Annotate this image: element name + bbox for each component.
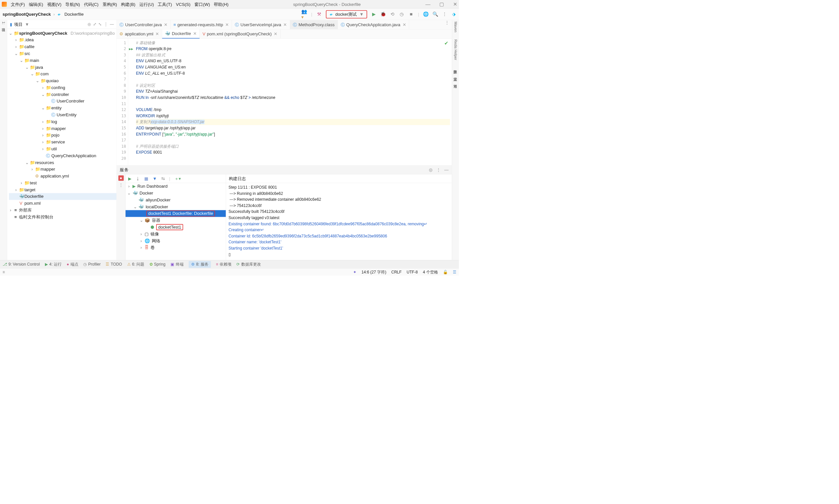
- bottom-tab[interactable]: ⎇9: Version Control: [3, 262, 40, 267]
- tree-node[interactable]: ›📁target: [9, 186, 116, 193]
- services-node[interactable]: ⌄🐳Docker: [125, 190, 226, 197]
- hide-icon[interactable]: —: [110, 22, 114, 26]
- services-node[interactable]: ›🗄卷: [125, 244, 226, 251]
- tree-node[interactable]: ⚙application.yml: [9, 173, 116, 179]
- chevron-icon[interactable]: ›: [31, 167, 34, 172]
- stop-button[interactable]: ■: [118, 176, 124, 181]
- bottom-tab[interactable]: ✿Spring: [150, 262, 166, 267]
- services-node[interactable]: docketTest1 Dockerfile: Dockerfile: [125, 210, 226, 217]
- tree-node[interactable]: ›📁mapper: [9, 125, 116, 132]
- chevron-icon[interactable]: ›: [20, 180, 23, 185]
- menu-item[interactable]: 构建(B): [121, 1, 135, 7]
- menu-item[interactable]: 运行(U): [139, 1, 154, 7]
- chevron-icon[interactable]: ›: [41, 126, 45, 131]
- tree-node[interactable]: ⌄📁java: [9, 64, 116, 71]
- tree-node[interactable]: ›📁log: [9, 118, 116, 125]
- code-editor[interactable]: # 基础镜像FROM openjdk:8-jre## 设置输出格式ENV LAN…: [134, 39, 452, 165]
- tree-node[interactable]: ⒸQueryCheckApplication: [9, 152, 116, 159]
- close-icon[interactable]: ✕: [453, 1, 457, 7]
- chevron-icon[interactable]: ⌄: [36, 78, 39, 83]
- tree-node[interactable]: ≡临时文件和控制台: [9, 214, 116, 220]
- debug-icon[interactable]: 🐞: [381, 12, 386, 17]
- gutter-line-numbers[interactable]: 1234567891011121314151617181920: [117, 39, 128, 165]
- chevron-icon[interactable]: ›: [9, 208, 12, 213]
- bottom-tab[interactable]: ☰TODO: [106, 262, 122, 267]
- breadcrumb[interactable]: springBootQueryCheck › Dockerfile: [3, 12, 84, 17]
- chevron-icon[interactable]: ⌄: [41, 92, 45, 97]
- target-icon[interactable]: ◎: [429, 167, 432, 172]
- chevron-icon[interactable]: ⌄: [25, 65, 29, 69]
- chevron-icon[interactable]: ›: [14, 37, 18, 42]
- menu-item[interactable]: 工具(T): [158, 1, 172, 7]
- chevron-icon[interactable]: ›: [140, 232, 143, 236]
- chevron-icon[interactable]: ›: [140, 245, 143, 250]
- project-tree[interactable]: ⌄📁springBootQueryCheckD:\workspace\sprin…: [7, 29, 116, 260]
- chevron-icon[interactable]: ›: [41, 85, 45, 90]
- down-icon[interactable]: ⭳: [136, 176, 140, 181]
- close-tab-icon[interactable]: ✕: [403, 22, 406, 27]
- menu-item[interactable]: 视图(V): [47, 1, 62, 7]
- tree-icon[interactable]: ⇆: [161, 176, 165, 181]
- editor-tabs-sub[interactable]: ⚙application.yml✕🐳Dockerfile✕Vpom.xml (s…: [117, 30, 452, 39]
- status-encoding[interactable]: UTF-8: [407, 270, 418, 274]
- chevron-icon[interactable]: ⌄: [25, 160, 29, 165]
- bottom-tab[interactable]: ≡依赖项: [216, 262, 232, 267]
- editor-tab[interactable]: Vpom.xml (springBootQueryCheck)✕: [200, 30, 280, 39]
- bottom-tab[interactable]: ▶4: 运行: [45, 262, 62, 267]
- bottom-tab[interactable]: ⚙8: 服务: [189, 261, 211, 268]
- chevron-icon[interactable]: ⌄: [9, 31, 12, 36]
- run-icon[interactable]: ▶: [372, 12, 376, 17]
- close-tab-icon[interactable]: ✕: [155, 32, 159, 36]
- maximize-icon[interactable]: ▢: [439, 1, 444, 7]
- chevron-icon[interactable]: ⌄: [31, 71, 34, 76]
- tree-node[interactable]: Vpom.xml: [9, 200, 116, 206]
- inspection-ok-icon[interactable]: ✔: [444, 40, 448, 46]
- tree-node[interactable]: ›📁service: [9, 139, 116, 145]
- expand-icon[interactable]: ⤢: [93, 22, 97, 26]
- build-log-output[interactable]: Step 11/11 : EXPOSE 8001 ---> Running in…: [226, 183, 452, 260]
- services-node[interactable]: ›🌐网络: [125, 237, 226, 244]
- coverage-icon[interactable]: ⟲: [390, 12, 395, 17]
- tree-node[interactable]: ⌄📁quxiao: [9, 77, 116, 84]
- editor-tab[interactable]: ≡generated-requests.http✕: [171, 20, 232, 29]
- chevron-icon[interactable]: ⌄: [134, 204, 137, 209]
- target-icon[interactable]: ◎: [88, 22, 91, 26]
- chevron-icon[interactable]: ›: [14, 44, 18, 49]
- services-node[interactable]: ⌄📦容器: [125, 217, 226, 224]
- tree-node[interactable]: ⌄📁main: [9, 57, 116, 64]
- tree-node[interactable]: ⒸUserEntity: [9, 111, 116, 118]
- editor-tab[interactable]: ⒸMethodProxy.class: [290, 20, 337, 29]
- tabs-more-icon[interactable]: ⋮: [442, 20, 451, 29]
- profiler-icon[interactable]: ◷: [399, 12, 404, 17]
- menu-item[interactable]: 帮助(H): [214, 1, 228, 7]
- copilot-icon[interactable]: ⬗: [451, 12, 456, 17]
- breadcrumb-file[interactable]: Dockerfile: [65, 12, 84, 17]
- menu-item[interactable]: 导航(N): [65, 1, 80, 7]
- chevron-icon[interactable]: ⌄: [140, 218, 143, 223]
- filter-icon[interactable]: ▼: [152, 176, 157, 181]
- chevron-icon[interactable]: ›: [41, 133, 45, 138]
- chevron-icon[interactable]: ⌄: [41, 105, 45, 110]
- chevron-icon[interactable]: ›: [14, 187, 18, 192]
- menu-item[interactable]: 代码(C): [84, 1, 98, 7]
- chevron-icon[interactable]: ⌄: [127, 191, 131, 196]
- chevron-icon[interactable]: ⌄: [14, 51, 18, 56]
- services-node[interactable]: ⌄🐳localDocker: [125, 203, 226, 210]
- tree-node[interactable]: ›≡外部库: [9, 206, 116, 214]
- status-position[interactable]: 14:6 (27 字符): [362, 270, 387, 275]
- tree-node[interactable]: ⌄📁com: [9, 71, 116, 78]
- services-tree[interactable]: ›▶Run Dashboard⌄🐳Docker🐳aliyunDocker⌄🐳lo…: [125, 183, 226, 251]
- run-config-selector[interactable]: docker测试 ▼: [326, 10, 367, 18]
- search-icon[interactable]: 🔍: [433, 12, 438, 17]
- chevron-icon[interactable]: ›: [41, 140, 45, 144]
- stop-icon[interactable]: ■: [409, 12, 413, 17]
- tree-node[interactable]: ⒸUserController: [9, 98, 116, 105]
- close-tab-icon[interactable]: ✕: [283, 22, 287, 27]
- close-tab-icon[interactable]: ✕: [164, 22, 168, 27]
- chevron-icon[interactable]: ›: [127, 184, 131, 188]
- status-readonly-icon[interactable]: 🔓: [443, 270, 448, 274]
- services-node[interactable]: ⬢docketTest1: [125, 224, 226, 231]
- more-icon[interactable]: ⋮: [442, 12, 447, 17]
- chevron-down-icon[interactable]: ▼: [25, 22, 29, 26]
- hide-icon[interactable]: —: [444, 167, 448, 172]
